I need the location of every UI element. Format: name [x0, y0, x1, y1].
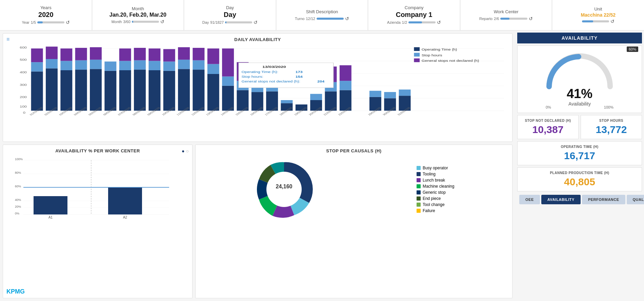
svg-rect-28 [104, 71, 116, 111]
svg-text:500: 500 [20, 58, 27, 61]
filter-bar: Years 2020 Year 1/5 ↺ Month Jan.20, Feb.… [0, 0, 644, 31]
operating-time-card: OPERATING TIME (H) 16,717 [517, 141, 642, 165]
month-value: Jan.20, Feb.20, Mar.20 [109, 12, 166, 18]
tab-oee[interactable]: OEE [519, 195, 540, 204]
svg-text:24,160: 24,160 [276, 184, 292, 189]
svg-rect-18 [46, 46, 58, 59]
donut-legend: Busy operator Tooling Lunch break M [417, 166, 454, 213]
unit-title: Unit [594, 6, 602, 12]
filter-years[interactable]: Years 2020 Year 1/5 ↺ [0, 0, 92, 30]
stop-hours-value: 13,772 [586, 124, 637, 135]
filter-shift[interactable]: Shift Description Turno 12/12 ↺ [276, 0, 368, 30]
svg-rect-43 [178, 69, 190, 111]
legend-end-piece: End piece [417, 196, 454, 201]
svg-rect-132 [34, 196, 67, 214]
svg-rect-23 [75, 60, 87, 70]
svg-rect-20 [60, 61, 72, 71]
svg-rect-41 [163, 61, 175, 71]
svg-rect-65 [281, 100, 293, 103]
svg-text:Stop hours:: Stop hours: [241, 75, 263, 78]
filter-day[interactable]: Day Day Day 91/1827 ↺ [184, 0, 276, 30]
years-refresh[interactable]: ↺ [66, 20, 70, 25]
menu-icon[interactable]: ≡ [6, 36, 9, 42]
tab-quality[interactable]: QUALITY [627, 195, 644, 204]
years-value: 2020 [38, 11, 54, 19]
svg-rect-50 [207, 64, 219, 74]
svg-rect-27 [90, 47, 102, 60]
avail-dot-filled[interactable]: ● [182, 148, 184, 154]
svg-rect-13 [31, 72, 43, 111]
month-bar [132, 21, 159, 23]
legend-generic-stop: Generic stop [417, 190, 454, 195]
stop-hours-label: STOP HOURS [586, 119, 637, 123]
legend-machine-cleaning: Machine cleaning [417, 184, 454, 189]
svg-text:General stops not declared (h): General stops not declared (h): [241, 80, 300, 83]
svg-text:600: 600 [20, 46, 27, 49]
svg-rect-33 [119, 49, 131, 61]
svg-text:100: 100 [20, 105, 27, 108]
legend-tooling: Tooling [417, 172, 454, 176]
svg-rect-110 [414, 58, 420, 62]
svg-rect-40 [163, 71, 175, 111]
filter-month[interactable]: Month Jan.20, Feb.20, Mar.20 Month 3/60 … [92, 0, 184, 30]
svg-text:13/03/2020: 13/03/2020 [262, 65, 286, 69]
svg-rect-46 [193, 70, 204, 111]
svg-rect-29 [104, 61, 116, 71]
svg-text:40%: 40% [15, 198, 21, 202]
years-bar [37, 21, 64, 23]
svg-rect-54 [222, 49, 234, 77]
stop-not-declared-value: 10,387 [522, 124, 573, 135]
svg-rect-48 [193, 48, 204, 60]
svg-rect-51 [207, 49, 219, 64]
workcenter-sub: Reparto 2/6 ↺ [479, 16, 533, 21]
month-refresh[interactable]: ↺ [160, 19, 164, 24]
filter-workcenter[interactable]: Work Center Reparto 2/6 ↺ [460, 0, 552, 30]
day-refresh[interactable]: ↺ [254, 20, 258, 25]
svg-rect-42 [163, 49, 175, 62]
month-title: Month [132, 6, 144, 11]
svg-text:Operating Time (h):: Operating Time (h): [241, 70, 278, 73]
gauge-card: 60% 41% Availability 0% 100% [517, 45, 642, 113]
filter-company[interactable]: Company Company 1 Azienda 1/2 ↺ [368, 0, 460, 30]
svg-rect-32 [119, 61, 131, 71]
avail-dot-outline[interactable]: ○ [186, 148, 189, 154]
unit-bar [582, 20, 609, 22]
gauge-percent: 41% [567, 87, 592, 101]
company-refresh[interactable]: ↺ [437, 20, 441, 25]
years-sub: Year 1/5 ↺ [22, 20, 70, 25]
tab-availability[interactable]: AVAILABILITY [541, 195, 581, 204]
svg-rect-34 [134, 70, 146, 111]
legend-busy-operator: Busy operator [417, 166, 454, 170]
day-bar [225, 21, 252, 23]
day-title: Day [226, 5, 234, 10]
svg-text:A2: A2 [123, 215, 127, 219]
planned-label: PLANNED PRODUCTION TIME (H) [522, 171, 637, 175]
unit-refresh[interactable]: ↺ [610, 19, 615, 24]
svg-rect-22 [75, 70, 87, 111]
bottom-tabs: OEE AVAILABILITY PERFORMANCE QUALITY [517, 193, 642, 206]
svg-text:200: 200 [20, 96, 27, 99]
svg-text:80%: 80% [15, 171, 21, 174]
avail-pct-card: AVAILABILITY % PER WORK CENTER ● ○ 100% … [3, 145, 193, 298]
month-sub: Month 3/60 ↺ [112, 19, 164, 24]
svg-rect-45 [178, 47, 190, 60]
filter-unit[interactable]: Unit Macchina 22/52 ↺ [552, 0, 644, 30]
company-value: Company 1 [396, 11, 432, 19]
svg-rect-108 [414, 53, 420, 57]
svg-text:Operating Time (h): Operating Time (h) [422, 48, 457, 51]
shift-bar [317, 18, 344, 20]
tab-performance[interactable]: PERFORMANCE [582, 195, 625, 204]
left-panel: ≡ DAILY AVAILABILITY 600 500 400 300 200… [0, 31, 515, 301]
company-bar [408, 21, 436, 23]
svg-text:Stop hours: Stop hours [422, 54, 442, 57]
workcenter-refresh[interactable]: ↺ [529, 16, 533, 21]
day-value: Day [224, 11, 236, 19]
avail-pct-title: AVAILABILITY % PER WORK CENTER [6, 148, 189, 153]
svg-rect-35 [134, 60, 146, 70]
donut-svg: 24,160 [254, 159, 315, 220]
svg-text:204: 204 [317, 80, 324, 83]
svg-text:A1: A1 [48, 215, 53, 219]
svg-text:173: 173 [296, 70, 303, 73]
svg-text:0%: 0% [15, 212, 19, 215]
shift-refresh[interactable]: ↺ [345, 16, 349, 21]
